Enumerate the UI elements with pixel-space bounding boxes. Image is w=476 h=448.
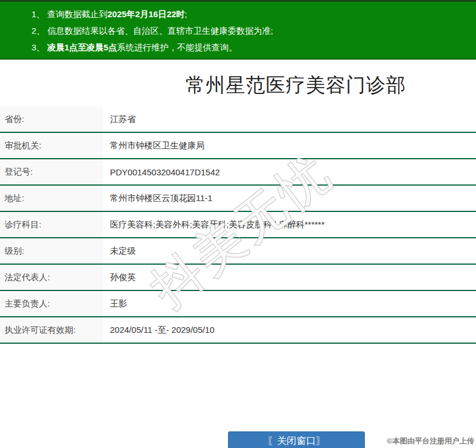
row-value: 江苏省: [103, 107, 136, 132]
table-row: 诊疗科目: 医疗美容科;美容外科;美容牙科;美容皮肤科 | 麻醉科******: [0, 212, 476, 238]
row-label: 执业许可证有效期:: [0, 317, 103, 343]
notice-line-1: 1、 查询数据截止到2025年2月16日22时;: [0, 6, 476, 22]
notice-text: ;: [185, 9, 187, 19]
table-row: 主要负责人: 王影: [0, 291, 476, 317]
row-value: 王影: [103, 291, 127, 316]
row-value: PDY00145032040417D1542: [103, 159, 220, 184]
row-value: 未定级: [103, 238, 136, 264]
details-table: 省份: 江苏省 审批机关: 常州市钟楼区卫生健康局 登记号: PDY001450…: [0, 107, 476, 344]
row-value: 孙俊英: [103, 265, 136, 290]
notice-text: 查询数据截止到: [48, 9, 108, 19]
row-label: 审批机关:: [0, 133, 103, 158]
row-label: 诊疗科目:: [0, 212, 103, 237]
close-window-button[interactable]: 〖关闭窗口〗: [228, 431, 365, 448]
row-label: 地址:: [0, 186, 103, 211]
table-row: 法定代表人: 孙俊英: [0, 265, 476, 291]
notice-text: 信息数据结果以各省、自治区、直辖市卫生健康委数据为准;: [48, 26, 273, 36]
page: 1、 查询数据截止到2025年2月16日22时; 2、 信息数据结果以各省、自治…: [0, 0, 476, 448]
notice-line-2: 2、 信息数据结果以各省、自治区、直辖市卫生健康委数据为准;: [0, 22, 476, 39]
upload-credit-text: ©本图由平台注册用户上传: [387, 436, 474, 446]
notice-line-3: 3、 凌晨1点至凌晨5点系统进行维护，不能提供查询。: [0, 39, 476, 56]
notice-number: 2、: [32, 26, 48, 36]
row-value: 常州市钟楼区卫生健康局: [103, 133, 204, 158]
row-value: 常州市钟楼区云顶花园11-1: [103, 186, 213, 211]
page-title: 常州星范医疗美容门诊部: [0, 72, 476, 99]
table-row: 审批机关: 常州市钟楼区卫生健康局: [0, 133, 476, 159]
row-label: 省份:: [0, 107, 103, 132]
table-row: 执业许可证有效期: 2024/05/11 -至- 2029/05/10: [0, 317, 476, 344]
notice-text: 系统进行维护，不能提供查询。: [117, 42, 237, 52]
row-value: 医疗美容科;美容外科;美容牙科;美容皮肤科 | 麻醉科******: [103, 212, 325, 237]
notice-number: 3、: [32, 42, 48, 52]
table-row: 级别: 未定级: [0, 238, 476, 265]
notice-number: 1、: [32, 9, 48, 19]
row-label: 主要负责人:: [0, 291, 103, 316]
row-label: 登记号:: [0, 159, 103, 184]
row-value: 2024/05/11 -至- 2029/05/10: [103, 317, 214, 343]
row-label: 级别:: [0, 238, 103, 264]
notice-text-bold: 2025年2月16日22时: [108, 9, 185, 19]
table-row: 登记号: PDY00145032040417D1542: [0, 159, 476, 186]
row-label: 法定代表人:: [0, 265, 103, 290]
table-row: 地址: 常州市钟楼区云顶花园11-1: [0, 186, 476, 212]
notice-bar: 1、 查询数据截止到2025年2月16日22时; 2、 信息数据结果以各省、自治…: [0, 0, 476, 60]
table-row: 省份: 江苏省: [0, 107, 476, 133]
notice-text-bold: 凌晨1点至凌晨5点: [48, 42, 117, 52]
